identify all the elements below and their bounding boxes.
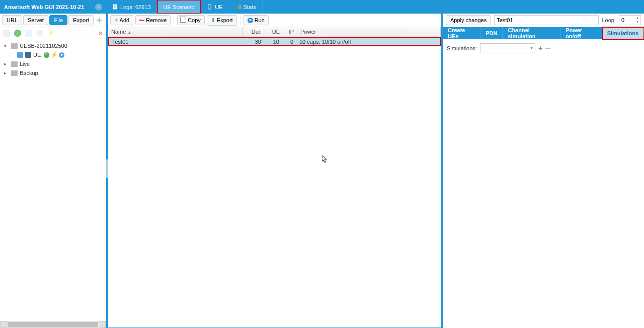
tree-live-label: Live [20,61,30,67]
properties-panel: Apply changes Loop: ▲ ▼ Create UEs PDN C… [443,14,644,328]
play-icon[interactable]: ⚡ [47,30,54,37]
cell-power: 10 caps, 10/10 on/off [296,38,440,45]
svg-rect-5 [236,7,237,10]
export-scenario-button[interactable]: ⬇Export [207,15,237,26]
download-icon: ⬇ [211,17,215,24]
table-row[interactable]: Test01 30 10 0 10 caps, 10/10 on/off [108,37,441,46]
tree-iconbar: ⚡ × [0,27,106,39]
remove-label: Remove [146,17,167,23]
scenario-toolbar: +Add Remove Copy ⬇Export Run [108,14,441,27]
tab-stats[interactable]: Stats [229,0,263,14]
file-button[interactable]: File [49,15,67,25]
tab-power-onoff[interactable]: Power on/off [560,27,602,39]
add-connection-icon[interactable] [95,16,104,25]
folder-icon [11,61,18,67]
remove-simulation-icon[interactable] [545,48,550,49]
url-button[interactable]: URL [2,15,22,25]
tree-live[interactable]: ▸ Live [0,59,106,68]
collapse-left-panel-button[interactable]: ‹ [95,4,102,11]
tab-channel-simulation[interactable]: Channel simulation [503,27,560,39]
run-button[interactable]: Run [244,15,269,25]
tab-ue[interactable]: UE [201,0,229,14]
cube-icon[interactable] [25,30,32,37]
expand-toggle-icon[interactable]: ▸ [4,70,9,75]
ue-badge2-icon [25,52,31,58]
separator [174,16,174,25]
scenario-grid-body: Test01 30 10 0 10 caps, 10/10 on/off [108,37,441,327]
tree-hscrollbar[interactable] [0,321,106,328]
folder-icon [11,70,18,76]
tree-backup-label: Backup [20,70,38,76]
properties-topbar: Apply changes Loop: ▲ ▼ [443,14,644,27]
main-tabs: Logs: 62913 UE Scenario UE Stats [106,0,644,14]
simulations-row: Simulations: + [447,43,640,53]
tree-root-label: UESB-2021102500 [20,43,67,49]
simulations-label: Simulations: [447,45,477,51]
play-badge-icon [59,52,64,58]
expand-toggle-icon[interactable]: ▾ [4,43,9,48]
scenario-panel: +Add Remove Copy ⬇Export Run Name▲ Dur. … [106,14,443,328]
status-ok-icon[interactable] [14,30,21,37]
tab-create-ues[interactable]: Create UEs [443,27,480,39]
scroll-thumb[interactable] [8,322,98,327]
copy-button[interactable]: Copy [177,15,205,25]
spinner-arrows: ▲ ▼ [635,16,640,24]
app-title: Amarisoft Web GUI 2021-10-21 [4,4,84,10]
cursor-icon [322,155,328,165]
col-ue-header[interactable]: UE [265,27,283,37]
tree-backup[interactable]: ▸ Backup [0,68,106,77]
export-label: Export [217,17,233,23]
export-button[interactable]: Export [68,15,94,25]
tab-logs-label: Logs: 62913 [120,4,151,10]
plus-icon: + [114,18,118,23]
run-label: Run [255,17,265,23]
refresh-icon[interactable] [3,30,10,37]
separator [240,16,240,25]
ue-icon [207,4,212,10]
cell-dur: 30 [242,38,264,45]
tree-root[interactable]: ▾ UESB-2021102500 [0,41,106,50]
spin-down-icon[interactable]: ▼ [635,20,640,24]
title-bar: Amarisoft Web GUI 2021-10-21 ‹ [0,0,106,14]
expand-toggle-icon[interactable]: ▸ [4,61,9,66]
col-name-label: Name [111,29,126,35]
col-ip-header[interactable]: IP [283,27,297,37]
add-simulation-icon[interactable]: + [538,44,542,52]
col-dur-header[interactable]: Dur. [243,27,265,37]
tab-logs[interactable]: Logs: 62913 [106,0,157,14]
stats-icon [235,4,241,10]
svg-rect-6 [237,6,238,9]
add-label: Add [120,17,130,23]
apply-changes-button[interactable]: Apply changes [446,15,491,25]
sort-asc-icon: ▲ [127,30,131,35]
tab-ue-scenario-label: UE Scenario [164,4,195,10]
tree-ue-label: UE [33,52,41,58]
col-name-header[interactable]: Name▲ [108,27,243,37]
copy-label: Copy [188,17,201,23]
left-panel: URL Server File Export ⚡ × ▾ UESB-202110… [0,14,106,328]
scroll-right-icon[interactable] [99,321,106,328]
tab-ue-scenario[interactable]: UE Scenario [157,0,201,14]
spin-up-icon[interactable]: ▲ [635,16,640,20]
reload-icon[interactable] [36,30,43,37]
tab-simulations[interactable]: Simulations [602,27,644,39]
col-power-header[interactable]: Power [297,27,441,37]
copy-icon [181,18,186,23]
simulations-combo[interactable] [480,43,535,53]
tree-ue-node[interactable]: UE ⚡ [0,50,106,59]
tab-stats-label: Stats [244,4,256,10]
ue-badge-icon [17,52,23,58]
logs-icon [112,4,118,10]
properties-tabs: Create UEs PDN Channel simulation Power … [443,27,644,39]
close-icon[interactable]: × [99,29,103,37]
tab-pdn[interactable]: PDN [480,27,503,39]
cell-ip: 0 [282,38,296,45]
add-button[interactable]: +Add [110,15,133,25]
server-button[interactable]: Server [23,15,48,25]
remove-button[interactable]: Remove [135,15,171,25]
loop-spinner: ▲ ▼ [619,15,641,25]
scroll-left-icon[interactable] [0,321,7,328]
properties-body: Simulations: + [443,39,644,328]
scenario-name-input[interactable] [494,15,599,25]
cell-ue: 10 [264,38,282,45]
